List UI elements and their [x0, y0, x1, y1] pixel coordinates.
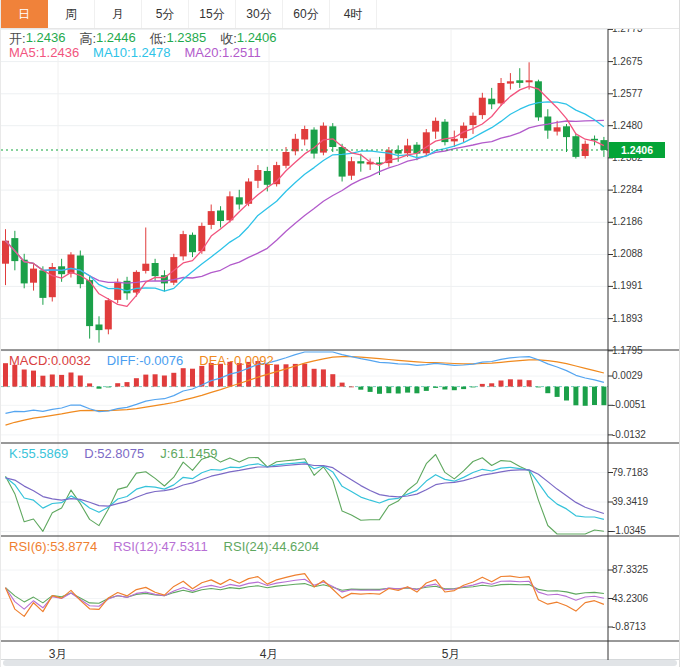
price-tick-label: 1.2284: [612, 184, 643, 196]
price-tick-label: 1.2675: [612, 56, 643, 68]
ma20-label: MA20:: [184, 45, 222, 60]
k-value: 55.5869: [21, 446, 68, 461]
macd-tick-label: 0.0029: [612, 370, 643, 382]
price-tick-label: 1.2577: [612, 88, 643, 100]
diff-value: -0.0076: [139, 353, 183, 368]
j-label: J:: [160, 446, 170, 461]
ma5-label: MA5:: [9, 45, 39, 60]
k-label: K:: [9, 446, 21, 461]
ma5-value: 1.2436: [39, 45, 79, 60]
kdj-tick-label: 79.7183: [612, 467, 648, 479]
rsi12-label: RSI(12):: [113, 539, 161, 554]
price-tick-label: 1.1991: [612, 280, 643, 292]
tab-4hour[interactable]: 4时: [330, 0, 377, 28]
current-price-badge: 1.2406: [609, 142, 665, 158]
tab-weekly[interactable]: 周: [48, 0, 95, 28]
price-tick-label: 1.2088: [612, 248, 643, 260]
kdj-header: K:55.5869 D:52.8075 J:61.1459: [9, 446, 217, 461]
macd-header: MACD:0.0032 DIFF:-0.0076 DEA:-0.0092: [9, 353, 274, 368]
month-tick-label: 5月: [438, 646, 464, 663]
j-value: 61.1459: [170, 446, 217, 461]
price-tick-label: 1.2480: [612, 120, 643, 132]
rsi6-label: RSI(6):: [9, 539, 50, 554]
d-value: 52.8075: [97, 446, 144, 461]
timeframe-tabbar: 日 周 月 5分 15分 30分 60分 4时: [1, 0, 679, 29]
rsi24-value: 44.6204: [272, 539, 319, 554]
rsi-tick-label: -0.8713: [612, 621, 646, 633]
month-tick-label: 3月: [45, 646, 71, 663]
rsi6-value: 53.8774: [50, 539, 97, 554]
tab-30min[interactable]: 30分: [236, 0, 283, 28]
kdj-tick-label: -1.0345: [612, 525, 646, 537]
chart-canvas[interactable]: [1, 0, 680, 667]
macd-label: MACD:: [9, 353, 51, 368]
rsi12-value: 47.5311: [162, 539, 208, 554]
price-tick-label: 1.1795: [612, 345, 643, 357]
tab-5min[interactable]: 5分: [142, 0, 189, 28]
tab-daily[interactable]: 日: [1, 0, 48, 28]
macd-tick-label: -0.0132: [612, 429, 646, 441]
tab-15min[interactable]: 15分: [189, 0, 236, 28]
price-tick-label: 1.1893: [612, 313, 643, 325]
ma20-value: 1.2511: [222, 45, 261, 60]
price-tick-label: 1.2186: [612, 216, 643, 228]
ma-legend: MA5: 1.2436 MA10: 1.2478 MA20: 1.2511: [9, 45, 261, 60]
tab-60min[interactable]: 60分: [283, 0, 330, 28]
diff-label: DIFF:: [107, 353, 140, 368]
dea-value: -0.0092: [230, 353, 274, 368]
macd-tick-label: -0.0051: [612, 399, 646, 411]
ma10-value: 1.2478: [131, 45, 171, 60]
rsi-tick-label: 87.3325: [612, 564, 648, 576]
rsi24-label: RSI(24):: [224, 539, 272, 554]
kdj-tick-label: 39.3419: [612, 496, 648, 508]
macd-value: 0.0032: [51, 353, 91, 368]
rsi-tick-label: 43.2306: [612, 593, 648, 605]
tab-monthly[interactable]: 月: [95, 0, 142, 28]
dea-label: DEA:: [199, 353, 229, 368]
month-tick-label: 4月: [256, 646, 282, 663]
kline-chart-app: 日 周 月 5分 15分 30分 60分 4时 开:1.2436 高:1.244…: [0, 0, 680, 667]
ma10-label: MA10:: [93, 45, 131, 60]
rsi-header: RSI(6):53.8774 RSI(12):47.5311 RSI(24):4…: [9, 539, 319, 554]
horizontal-scrollbar[interactable]: [3, 660, 677, 666]
d-label: D:: [84, 446, 97, 461]
